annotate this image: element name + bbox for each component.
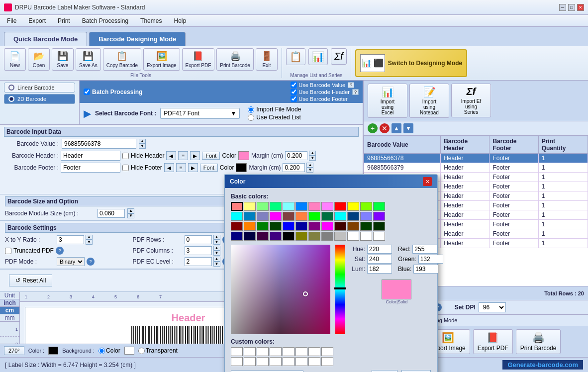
basic-color-swatch[interactable] [308, 202, 320, 211]
custom-color-swatch[interactable] [295, 357, 307, 366]
menu-batch[interactable]: Batch Processing [77, 16, 133, 25]
hide-header-checkbox[interactable] [122, 153, 129, 159]
basic-color-swatch[interactable] [321, 202, 333, 211]
basic-color-swatch[interactable] [231, 202, 243, 211]
custom-color-swatch[interactable] [231, 347, 243, 356]
linear-barcode-type[interactable]: Linear Barcode [4, 83, 75, 93]
header-font-button[interactable]: Font [202, 152, 220, 160]
custom-color-swatch[interactable] [283, 347, 294, 356]
basic-color-swatch[interactable] [321, 222, 333, 231]
module-size-spinner[interactable]: ▲ ▼ [127, 208, 134, 218]
spin-up[interactable]: ▲ [139, 139, 146, 144]
menu-print[interactable]: Print [53, 16, 75, 25]
dpi-select[interactable]: 96 72 150 300 [479, 302, 506, 312]
new-button[interactable]: 📄 New [4, 48, 26, 71]
pdf-ec-spinner[interactable]: ▲ ▼ [213, 257, 220, 267]
basic-color-swatch[interactable] [270, 232, 282, 241]
green-input[interactable] [418, 255, 443, 264]
basic-color-swatch[interactable] [257, 212, 269, 221]
color-ok-button[interactable]: OK [372, 370, 397, 372]
lum-input[interactable] [367, 265, 392, 274]
footer-color-picker[interactable] [236, 163, 247, 172]
header-color-picker[interactable] [238, 151, 249, 160]
align-right-btn[interactable]: ▶ [190, 151, 200, 160]
tab-barcode-designing[interactable]: Barcode Designing Mode [89, 32, 186, 46]
basic-color-swatch[interactable] [270, 212, 282, 221]
save-as-button[interactable]: 💾 Save As [76, 48, 101, 71]
print-barcode-right-button[interactable]: 🖨️ Print Barcode [516, 329, 561, 354]
basic-color-swatch[interactable] [283, 212, 294, 221]
move-down-button[interactable]: ▼ [403, 123, 413, 133]
custom-color-swatch[interactable] [283, 357, 294, 366]
custom-color-swatch[interactable] [257, 347, 269, 356]
footer-margin-input[interactable] [283, 163, 305, 172]
custom-color-swatch[interactable] [321, 347, 333, 356]
module-size-input[interactable] [98, 209, 125, 218]
tab-quick-barcode[interactable]: Quick Barcode Mode [4, 32, 87, 46]
custom-color-swatch[interactable] [244, 357, 256, 366]
basic-color-swatch[interactable] [360, 232, 372, 241]
basic-color-swatch[interactable] [244, 232, 256, 241]
basic-color-swatch[interactable] [257, 232, 269, 241]
use-barcode-footer-check[interactable] [291, 95, 297, 102]
basic-color-swatch[interactable] [283, 202, 294, 211]
custom-color-swatch[interactable] [270, 357, 282, 366]
linear-radio[interactable] [8, 85, 14, 91]
barcode-header-input[interactable] [61, 151, 120, 161]
basic-color-swatch[interactable] [283, 222, 294, 231]
custom-color-swatch[interactable] [308, 357, 320, 366]
table-row[interactable]: 96885566379 Header Footer 1 [364, 163, 588, 173]
pdf-columns-spinner[interactable]: ▲ ▼ [213, 246, 220, 256]
basic-color-swatch[interactable] [244, 222, 256, 231]
footer-align-center-btn[interactable]: ≡ [176, 163, 186, 172]
move-up-button[interactable]: ▲ [392, 123, 401, 133]
color-radio[interactable] [98, 348, 105, 354]
font-dropdown[interactable]: PDF417 Font ▼ [160, 108, 240, 119]
minimize-button[interactable]: ─ [559, 4, 566, 11]
truncated-checkbox[interactable] [5, 248, 11, 254]
basic-color-swatch[interactable] [347, 232, 359, 241]
table-row[interactable]: 96885566378 Header Footer 1 [364, 154, 588, 163]
basic-color-swatch[interactable] [295, 212, 307, 221]
close-button[interactable]: ✕ [577, 4, 584, 11]
hide-footer-checkbox[interactable] [122, 165, 129, 171]
basic-color-swatch[interactable] [373, 212, 385, 221]
basic-color-swatch[interactable] [257, 222, 269, 231]
basic-color-swatch[interactable] [347, 222, 359, 231]
red-input[interactable] [412, 245, 437, 254]
basic-color-swatch[interactable] [231, 232, 243, 241]
custom-color-swatch[interactable] [257, 357, 269, 366]
batch-processing-checkbox[interactable] [84, 89, 90, 95]
x-ratio-input[interactable] [57, 235, 84, 244]
custom-color-swatch[interactable] [321, 357, 333, 366]
manage-list-button[interactable]: 📋 [286, 48, 305, 65]
sat-input[interactable] [367, 255, 392, 264]
save-button[interactable]: 💾 Save [52, 48, 74, 71]
menu-help[interactable]: Help [169, 16, 191, 25]
custom-color-swatch[interactable] [295, 347, 307, 356]
use-barcode-value-check[interactable] [291, 82, 297, 88]
pdf-ec-input[interactable] [185, 257, 212, 266]
pdf-rows-spinner[interactable]: ▲ ▼ [213, 235, 220, 245]
basic-color-swatch[interactable] [231, 212, 243, 221]
import-file-mode-radio[interactable] [248, 106, 254, 113]
custom-color-swatch[interactable] [244, 347, 256, 356]
add-row-button[interactable]: + [368, 123, 378, 133]
align-left-btn[interactable]: ◀ [166, 151, 176, 160]
export-pdf-button[interactable]: 📕 Export PDF [182, 48, 215, 71]
menu-export[interactable]: Export [23, 16, 51, 25]
color-picker-close-button[interactable]: ✕ [423, 177, 432, 186]
basic-color-swatch[interactable] [270, 222, 282, 231]
spin-down[interactable]: ▼ [139, 144, 146, 149]
basic-color-swatch[interactable] [295, 222, 307, 231]
basic-color-swatch[interactable] [308, 232, 320, 241]
custom-color-swatch[interactable] [231, 357, 243, 366]
import-excel-button[interactable]: 📊 ImportusingExcel [368, 84, 407, 118]
footer-font-button[interactable]: Font [200, 164, 218, 172]
pdf-mode-info-button[interactable]: ? [87, 258, 95, 266]
hue-input[interactable] [367, 245, 392, 254]
basic-color-swatch[interactable] [321, 232, 333, 241]
2d-barcode-type[interactable]: 2D Barcode [4, 94, 75, 104]
barcode-value-info-button[interactable]: ? [348, 82, 354, 88]
bg-color-swatch[interactable] [124, 347, 134, 355]
